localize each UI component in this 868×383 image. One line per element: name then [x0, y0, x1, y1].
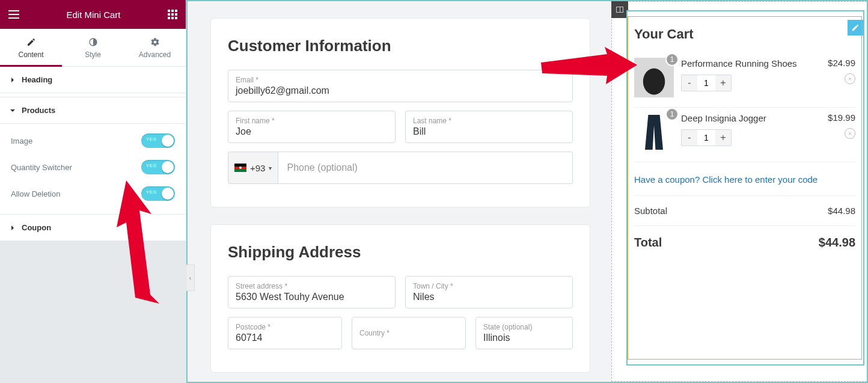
quantity-badge: 1: [665, 108, 679, 121]
customer-heading: Customer Information: [228, 37, 573, 55]
product-price: $19.99: [828, 112, 855, 123]
subtotal-row: Subtotal $44.98: [634, 196, 855, 226]
qty-value: 1: [697, 75, 715, 91]
qty-value: 1: [697, 130, 715, 146]
chevron-right-icon: [10, 77, 16, 83]
qty-increase-button[interactable]: +: [715, 130, 731, 146]
quantity-switcher: - 1 +: [681, 75, 732, 91]
coupon-link[interactable]: Have a coupon? Click here to enter your …: [634, 162, 855, 196]
chevron-down-icon: [10, 108, 16, 114]
shipping-heading: Shipping Address: [228, 243, 573, 262]
first-name-field[interactable]: First name * Joe: [228, 111, 396, 143]
postcode-field[interactable]: Postcode * 60714: [228, 317, 342, 349]
panel-header: Edit Mini Cart: [0, 0, 186, 29]
section-drag-handle-icon[interactable]: [611, 1, 628, 18]
preview-canvas: Customer Information Email * joebilly62@…: [186, 0, 868, 383]
remove-item-button[interactable]: ×: [845, 73, 855, 84]
quantity-badge: 1: [665, 53, 679, 66]
flag-icon: [234, 164, 246, 172]
country-field[interactable]: Country *: [352, 317, 466, 349]
cart-title: Your Cart: [634, 26, 855, 42]
total-row: Total $44.98: [634, 226, 855, 259]
toggle-image[interactable]: YES: [141, 133, 175, 148]
product-name: Performance Running Shoes: [681, 58, 823, 70]
collapse-panel-button[interactable]: ‹: [186, 265, 195, 291]
editor-panel: Edit Mini Cart Content Style Advanced He…: [0, 0, 186, 383]
cart-item: 1 Deep Insignia Jogger - 1 +: [634, 108, 855, 162]
section-coupon[interactable]: Coupon: [0, 214, 186, 241]
quantity-switcher: - 1 +: [681, 129, 732, 146]
control-image: Image YES: [0, 127, 186, 154]
control-allow-deletion: Allow Deletion YES: [0, 180, 186, 207]
town-city-field[interactable]: Town / City * Niles: [405, 276, 573, 308]
toggle-allow-deletion[interactable]: YES: [141, 186, 175, 201]
panel-tabs: Content Style Advanced: [0, 29, 186, 67]
cart-section-wrapper: Your Cart 1 Performance Running Shoes -: [611, 1, 867, 382]
phone-country-selector[interactable]: +93 ▾: [228, 152, 278, 184]
products-controls: Image YES Quantity Switcher YES Allow De…: [0, 124, 186, 210]
panel-empty-area: [0, 241, 186, 383]
product-thumbnail: 1: [634, 58, 674, 97]
street-address-field[interactable]: Street address * 5630 West Touhy Avenue: [228, 276, 396, 308]
chevron-down-icon: ▾: [269, 165, 272, 171]
customer-information-card: Customer Information Email * joebilly62@…: [210, 18, 590, 207]
phone-field[interactable]: Phone (optional): [278, 152, 573, 184]
state-field[interactable]: State (optional) Illinois: [475, 317, 573, 349]
qty-increase-button[interactable]: +: [715, 75, 731, 91]
panel-title: Edit Mini Cart: [66, 10, 120, 20]
cart-item: 1 Performance Running Shoes - 1 +: [634, 53, 855, 108]
chevron-right-icon: [10, 225, 16, 231]
widgets-grid-icon[interactable]: [168, 10, 177, 19]
remove-item-button[interactable]: ×: [845, 128, 855, 139]
shipping-address-card: Shipping Address Street address * 5630 W…: [210, 224, 590, 373]
qty-decrease-button[interactable]: -: [682, 75, 697, 91]
mini-cart-widget[interactable]: Your Cart 1 Performance Running Shoes -: [628, 16, 862, 360]
last-name-field[interactable]: Last name * Bill: [405, 111, 573, 143]
email-field[interactable]: Email * joebilly62@gmail.com: [228, 70, 573, 102]
control-quantity-switcher: Quantity Switcher YES: [0, 154, 186, 180]
product-price: $24.99: [828, 58, 855, 68]
product-thumbnail: 1: [634, 112, 674, 152]
cart-column: Your Cart 1 Performance Running Shoes -: [626, 10, 864, 366]
tab-style[interactable]: Style: [62, 29, 124, 66]
qty-decrease-button[interactable]: -: [682, 130, 697, 146]
section-heading[interactable]: Heading: [0, 67, 186, 93]
tab-advanced[interactable]: Advanced: [124, 29, 186, 66]
section-products[interactable]: Products: [0, 97, 186, 124]
toggle-quantity-switcher[interactable]: YES: [141, 160, 175, 174]
product-name: Deep Insignia Jogger: [681, 112, 823, 124]
tab-content[interactable]: Content: [0, 29, 62, 66]
menu-icon[interactable]: [8, 10, 19, 19]
